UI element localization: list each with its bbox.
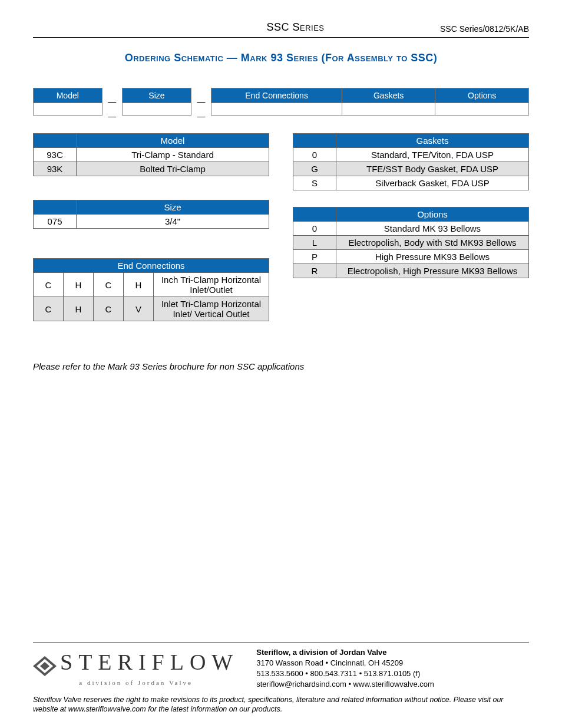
gasket-desc: TFE/SST Body Gasket, FDA USP (336, 162, 529, 176)
schematic-separator (102, 103, 123, 116)
option-code: P (293, 250, 336, 264)
gasket-code: G (293, 162, 336, 176)
schematic-size-cell (123, 103, 191, 116)
table-row: 93C Tri-Clamp - Standard (34, 148, 269, 162)
gasket-code: S (293, 176, 336, 190)
option-desc: High Pressure MK93 Bellows (336, 250, 529, 264)
page-title: Ordering Schematic — Mark 93 Series (For… (33, 52, 529, 64)
size-code: 075 (34, 215, 77, 229)
size-table: Size 075 3/4" (33, 200, 269, 229)
schematic-endconn-header: End Connections (211, 88, 342, 103)
model-desc: Tri-Clamp - Standard (77, 148, 269, 162)
option-desc: Standard MK 93 Bellows (336, 222, 529, 236)
option-code: R (293, 264, 336, 278)
table-row: C H C H Inch Tri-Clamp Horizontal Inlet/… (34, 273, 269, 297)
model-table: Model 93C Tri-Clamp - Standard 93K Bolte… (33, 133, 269, 176)
options-table-header: Options (336, 207, 529, 222)
table-row: R Electropolish, High Pressure MK93 Bell… (293, 264, 529, 278)
endconn-a: C (34, 297, 64, 321)
table-row: G TFE/SST Body Gasket, FDA USP (293, 162, 529, 176)
footer-email-web: steriflow@richardsind.com • www.steriflo… (256, 679, 434, 690)
logo-word: STERIFLOW (60, 650, 239, 674)
endconn-d: H (124, 273, 154, 297)
gasket-desc: Silverback Gasket, FDA USP (336, 176, 529, 190)
table-row: C H C V Inlet Tri-Clamp Horizontal Inlet… (34, 297, 269, 321)
endconn-table: End Connections C H C H Inch Tri-Clamp H… (33, 258, 269, 321)
footer-contact: Steriflow, a division of Jordan Valve 31… (256, 647, 434, 690)
schematic-model-header: Model (34, 88, 103, 103)
schematic-model-cell (34, 103, 103, 116)
schematic-endconn-cell (211, 103, 342, 116)
schematic-separator (102, 88, 123, 103)
footer-company: Steriflow, a division of Jordan Valve (256, 647, 434, 658)
option-desc: Electropolish, High Pressure MK93 Bellow… (336, 264, 529, 278)
model-code: 93K (34, 162, 77, 176)
table-row: 0 Standard MK 93 Bellows (293, 222, 529, 236)
logo-mark-icon (33, 656, 57, 678)
gaskets-table: Gaskets 0 Standard, TFE/Viton, FDA USP G… (293, 133, 529, 190)
option-desc: Electropolish, Body with Std MK93 Bellow… (336, 236, 529, 250)
schematic-options-cell (435, 103, 529, 116)
footer-address: 3170 Wasson Road • Cincinnati, OH 45209 (256, 658, 434, 668)
option-code: 0 (293, 222, 336, 236)
model-code: 93C (34, 148, 77, 162)
schematic-gaskets-header: Gaskets (342, 88, 435, 103)
endconn-desc: Inlet Tri-Clamp Horizontal Inlet/ Vertic… (154, 297, 269, 321)
steriflow-logo: STERIFLOW a division of Jordan Valve (33, 651, 239, 687)
endconn-d: V (124, 297, 154, 321)
schematic-separator (191, 88, 211, 103)
model-desc: Bolted Tri-Clamp (77, 162, 269, 176)
header-center: SSC Series (151, 21, 440, 34)
table-row: L Electropolish, Body with Std MK93 Bell… (293, 236, 529, 250)
table-row: 075 3/4" (34, 215, 269, 229)
endconn-table-header: End Connections (34, 259, 269, 273)
footer-phones: 513.533.5600 • 800.543.7311 • 513.871.01… (256, 668, 434, 679)
schematic-separator (191, 103, 211, 116)
schematic-size-header: Size (123, 88, 191, 103)
footer-disclaimer: Steriflow Valve reserves the right to ma… (33, 695, 529, 714)
model-table-header: Model (77, 134, 269, 148)
size-table-header: Size (77, 200, 269, 215)
endconn-c: C (94, 273, 124, 297)
endconn-b: H (64, 273, 94, 297)
table-row: 0 Standard, TFE/Viton, FDA USP (293, 148, 529, 162)
endconn-b: H (64, 297, 94, 321)
endconn-desc: Inch Tri-Clamp Horizontal Inlet/Outlet (154, 273, 269, 297)
option-code: L (293, 236, 336, 250)
schematic-gaskets-cell (342, 103, 435, 116)
footer-rule (33, 642, 529, 643)
page-footer: STERIFLOW a division of Jordan Valve Ste… (33, 642, 529, 714)
brochure-note: Please refer to the Mark 93 Series broch… (33, 361, 529, 371)
endconn-c: C (94, 297, 124, 321)
schematic-table: Model Size End Connections Gaskets Optio… (33, 88, 529, 116)
schematic-options-header: Options (435, 88, 529, 103)
table-row: P High Pressure MK93 Bellows (293, 250, 529, 264)
size-desc: 3/4" (77, 215, 269, 229)
table-row: S Silverback Gasket, FDA USP (293, 176, 529, 190)
gaskets-table-header: Gaskets (336, 134, 529, 148)
logo-subtitle: a division of Jordan Valve (33, 679, 239, 686)
gasket-code: 0 (293, 148, 336, 162)
table-row: 93K Bolted Tri-Clamp (34, 162, 269, 176)
options-table: Options 0 Standard MK 93 Bellows L Elect… (293, 207, 529, 278)
endconn-a: C (34, 273, 64, 297)
header-rule (33, 37, 529, 38)
gasket-desc: Standard, TFE/Viton, FDA USP (336, 148, 529, 162)
header-right: SSC Series/0812/5K/AB (440, 24, 529, 34)
